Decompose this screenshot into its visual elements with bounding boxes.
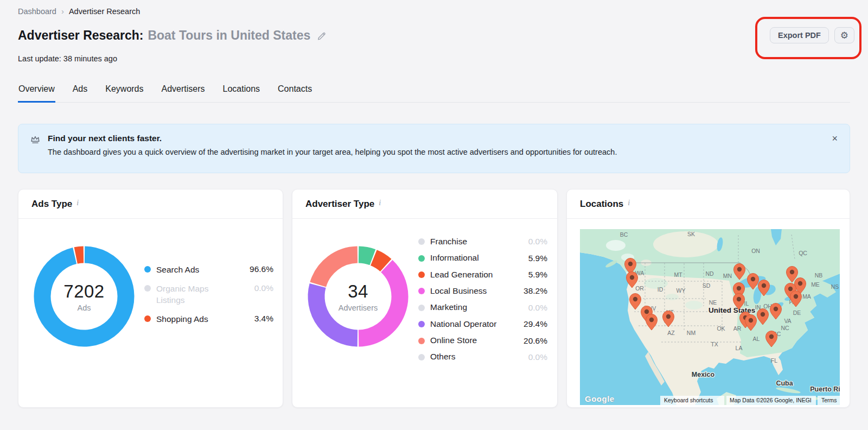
map-label-cuba: Cuba (776, 380, 793, 387)
tab-keywords[interactable]: Keywords (105, 83, 144, 103)
legend-value: 3.4% (254, 314, 273, 324)
legend-value: 0.0% (528, 303, 547, 313)
gear-icon: ⚙ (840, 30, 848, 41)
map-label-ok: OK (717, 325, 725, 332)
map-data-attribution: Map Data ©2026 Google, INEGI (730, 397, 812, 403)
page-title-query: Boat Tours in United States (148, 28, 310, 43)
legend-label: National Operator (430, 319, 509, 330)
legend-value: 0.0% (528, 237, 547, 246)
settings-button[interactable]: ⚙ (834, 27, 854, 43)
map-prairie (653, 231, 718, 257)
legend-label: Others (430, 351, 509, 363)
map-label-ne: NE (709, 299, 717, 306)
tab-advertisers[interactable]: Advertisers (161, 83, 206, 103)
breadcrumb-dashboard[interactable]: Dashboard (18, 7, 56, 16)
donut-segment-shopping-ads[interactable] (76, 255, 84, 256)
legend-dot-icon (144, 266, 151, 273)
banner-close-icon[interactable]: × (832, 134, 838, 143)
legend-value: 0.0% (528, 352, 547, 362)
locations-title: Locations (580, 199, 623, 210)
info-icon[interactable]: i (628, 199, 630, 207)
map-label-nm: NM (687, 330, 695, 336)
ads-type-title: Ads Type (31, 199, 72, 210)
legend-label: Shopping Ads (156, 314, 235, 325)
legend-dot-icon (418, 338, 425, 344)
map-label-de: DE (793, 309, 801, 316)
export-pdf-button[interactable]: Export PDF (770, 27, 829, 43)
legend-item-local-business: Local Business38.2% (418, 283, 547, 299)
tab-overview[interactable]: Overview (18, 83, 55, 103)
map-forest (644, 278, 668, 289)
legend-item-informational: Informational5.9% (418, 250, 547, 266)
legend-item-organic-maps-listings: Organic Maps Listings0.0% (144, 283, 273, 306)
map-label-la: LA (736, 345, 743, 351)
legend-item-national-operator: National Operator29.4% (418, 316, 547, 332)
map-label-sd: SD (703, 282, 711, 289)
legend-value: 20.6% (524, 336, 547, 346)
legend-label: Lead Generation (430, 269, 509, 281)
map-label-on: ON (751, 248, 760, 254)
ads-type-card: Ads Type i 7202 Ads Search Ads96.6%Organ… (18, 189, 283, 408)
info-icon[interactable]: i (76, 199, 79, 207)
info-icon[interactable]: i (379, 199, 381, 207)
legend-label: Online Store (430, 335, 509, 346)
cards-row: Ads Type i 7202 Ads Search Ads96.6%Organ… (18, 189, 850, 408)
legend-value: 29.4% (524, 319, 547, 329)
legend-item-lead-generation: Lead Generation5.9% (418, 267, 547, 283)
page: Dashboard › Advertiser Research Advertis… (0, 0, 868, 430)
donut-segment-informational[interactable] (359, 255, 373, 257)
tab-contacts[interactable]: Contacts (277, 83, 312, 103)
legend-value: 38.2% (524, 286, 547, 296)
map-label-id: ID (658, 286, 663, 293)
donut-segment-local-business[interactable] (359, 266, 400, 338)
map-label-qc: QC (799, 250, 807, 256)
locations-card: Locations i (566, 189, 850, 408)
legend-label: Marketing (430, 302, 509, 313)
donut-segment-national-operator[interactable] (316, 286, 358, 338)
google-logo: Google (585, 394, 615, 403)
map-label-nc: NC (781, 325, 789, 331)
donut-segment-online-store[interactable] (318, 255, 358, 284)
locations-map[interactable]: BCSKONQCWAMTNDMNNBMENSORIDWYSDNVUTNEILIN… (580, 229, 840, 405)
promo-banner: Find your next clients faster. The dashb… (18, 124, 850, 173)
map-mountains (606, 240, 626, 251)
tab-locations[interactable]: Locations (222, 83, 261, 103)
legend-value: 5.9% (528, 254, 547, 263)
map-label-ar: AR (733, 325, 742, 332)
donut-segment-lead-generation[interactable] (374, 258, 386, 265)
map-label-mt: MT (674, 271, 682, 278)
advertiser-type-card: Advertiser Type i 34 Advertisers Franchi… (292, 189, 558, 408)
map-label-or: OR (635, 285, 644, 292)
last-update-text: Last update: 38 minutes ago (18, 54, 117, 63)
breadcrumb-current: Advertiser Research (69, 7, 140, 16)
tab-ads[interactable]: Ads (72, 83, 88, 103)
page-title-prefix: Advertiser Research: (18, 28, 143, 43)
legend-label: Informational (430, 252, 509, 264)
banner-description: The dashboard gives you a quick overview… (48, 148, 617, 156)
legend-label: Search Ads (156, 264, 235, 276)
legend-label: Franchise (430, 236, 509, 248)
map-label-ns: NS (831, 283, 839, 290)
legend-value: 0.0% (254, 283, 273, 293)
map-label-bc: BC (620, 231, 628, 238)
donut-segment-search-ads[interactable] (42, 255, 126, 338)
banner-content: Find your next clients faster. The dashb… (48, 134, 617, 156)
legend-item-shopping-ads: Shopping Ads3.4% (144, 314, 273, 325)
tab-bar: OverviewAdsKeywordsAdvertisersLocationsC… (18, 83, 850, 103)
ads-type-legend: Search Ads96.6%Organic Maps Listings0.0%… (144, 264, 273, 325)
legend-dot-icon (418, 321, 425, 327)
map-label-tx: TX (711, 341, 718, 347)
keyboard-shortcuts-link[interactable]: Keyboard shortcuts (664, 397, 713, 403)
legend-dot-icon (418, 354, 425, 361)
legend-item-others: Others0.0% (418, 349, 547, 365)
banner-title: Find your next clients faster. (48, 134, 617, 143)
legend-value: 96.6% (250, 264, 273, 274)
breadcrumb-separator-icon: › (61, 7, 64, 16)
legend-dot-icon (418, 305, 425, 311)
terms-link[interactable]: Terms (821, 397, 837, 403)
legend-dot-icon (418, 288, 425, 294)
legend-dot-icon (144, 315, 151, 322)
edit-title-icon[interactable] (317, 30, 327, 41)
legend-item-franchise: Franchise0.0% (418, 233, 547, 250)
legend-item-online-store: Online Store20.6% (418, 332, 547, 349)
